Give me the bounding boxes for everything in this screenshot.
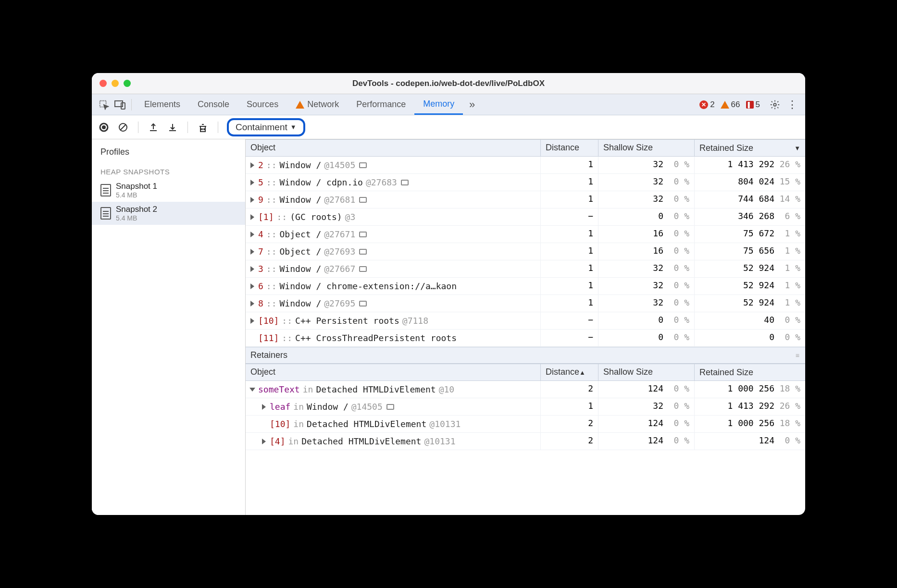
svg-line-7 (120, 124, 126, 130)
objects-rows: 2 :: Window / @14505 1 320 % 1 413 29226… (246, 157, 805, 347)
separator (131, 99, 132, 110)
profiles-sidebar: Profiles HEAP SNAPSHOTS Snapshot 1 5.4 M… (92, 139, 246, 515)
col-distance[interactable]: Distance▲ (541, 364, 598, 380)
col-distance[interactable]: Distance (541, 140, 598, 156)
retainers-header: Object Distance▲ Shallow Size Retained S… (246, 364, 805, 381)
expand-icon[interactable] (250, 214, 254, 220)
retainer-row[interactable]: someText in Detached HTMLDivElement @10 … (246, 381, 805, 398)
window-icon (359, 162, 367, 168)
snapshot-item[interactable]: Snapshot 2 5.4 MB (92, 202, 245, 225)
object-row[interactable]: 7 :: Object / @27693 1 160 % 75 6561 % (246, 243, 805, 260)
panel-tabs: ElementsConsoleSourcesNetworkPerformance… (92, 94, 805, 115)
sidebar-heading: Profiles (92, 144, 245, 165)
tab-memory[interactable]: Memory (414, 94, 463, 115)
traffic-lights (100, 80, 131, 87)
objects-header: Object Distance Shallow Size Retained Si… (246, 139, 805, 157)
col-object[interactable]: Object (246, 140, 541, 156)
expand-icon[interactable] (250, 266, 254, 272)
window-icon (386, 404, 394, 410)
retainer-row[interactable]: [10] in Detached HTMLDivElement @10131 2… (246, 416, 805, 433)
retainers-bar[interactable]: Retainers≡ (246, 347, 805, 364)
expand-icon[interactable] (250, 318, 254, 324)
tab-network[interactable]: Network (287, 94, 348, 115)
object-row[interactable]: 8 :: Window / @27695 1 320 % 52 9241 % (246, 295, 805, 312)
warnings-badge[interactable]: 66 (721, 100, 740, 110)
window-title: DevTools - codepen.io/web-dot-dev/live/P… (92, 79, 805, 88)
device-toggle-icon[interactable] (113, 100, 127, 110)
export-icon[interactable] (147, 122, 160, 132)
object-row[interactable]: [10] :: C++ Persistent roots @7118 − 00 … (246, 312, 805, 330)
tab-elements[interactable]: Elements (136, 94, 189, 115)
expand-icon[interactable] (250, 249, 254, 255)
object-row[interactable]: 9 :: Window / @27681 1 320 % 744 68414 % (246, 191, 805, 208)
expand-icon[interactable] (250, 162, 254, 168)
object-row[interactable]: 2 :: Window / @14505 1 320 % 1 413 29226… (246, 157, 805, 174)
col-retained[interactable]: Retained Size▼ (695, 140, 805, 156)
snapshot-item[interactable]: Snapshot 1 5.4 MB (92, 179, 245, 202)
expand-icon[interactable] (250, 283, 254, 289)
window-icon (359, 197, 367, 203)
col-retained[interactable]: Retained Size (695, 364, 805, 380)
inspect-icon[interactable] (97, 99, 111, 110)
view-mode-dropdown[interactable]: Containment▼ (227, 118, 305, 136)
col-shallow[interactable]: Shallow Size (598, 364, 695, 380)
warning-icon (296, 101, 304, 109)
close-icon[interactable] (100, 80, 107, 87)
status-badges: ✕2 66 ▌5 (699, 100, 760, 110)
expand-icon[interactable] (262, 404, 266, 410)
errors-badge[interactable]: ✕2 (699, 100, 714, 110)
minimize-icon[interactable] (112, 80, 119, 87)
retainer-row[interactable]: [4] in Detached HTMLDivElement @10131 2 … (246, 433, 805, 450)
object-row[interactable]: 4 :: Object / @27671 1 160 % 75 6721 % (246, 226, 805, 243)
gc-icon[interactable] (197, 122, 209, 133)
retainers-rows: someText in Detached HTMLDivElement @10 … (246, 381, 805, 450)
import-icon[interactable] (166, 122, 179, 132)
tab-performance[interactable]: Performance (348, 94, 414, 115)
col-object[interactable]: Object (246, 364, 541, 380)
expand-icon[interactable] (250, 232, 254, 237)
col-shallow[interactable]: Shallow Size (598, 140, 695, 156)
sidebar-section-label: HEAP SNAPSHOTS (92, 165, 245, 179)
kebab-menu-icon[interactable]: ⋮ (784, 98, 800, 111)
separator (138, 122, 138, 133)
expand-icon[interactable] (250, 180, 254, 185)
object-row[interactable]: 3 :: Window / @27667 1 320 % 52 9241 % (246, 260, 805, 278)
window-icon (359, 266, 367, 272)
tab-sources[interactable]: Sources (238, 94, 287, 115)
separator (187, 122, 188, 133)
titlebar: DevTools - codepen.io/web-dot-dev/live/P… (92, 73, 805, 94)
settings-icon[interactable] (768, 99, 782, 110)
window-icon (359, 301, 367, 306)
separator (218, 122, 218, 133)
svg-point-5 (102, 125, 106, 129)
tab-console[interactable]: Console (189, 94, 238, 115)
more-tabs-icon[interactable]: » (465, 98, 479, 111)
memory-main: Object Distance Shallow Size Retained Si… (246, 139, 805, 515)
snapshot-icon (100, 207, 111, 220)
expand-icon[interactable] (250, 301, 254, 306)
retainer-row[interactable]: leaf in Window / @14505 1 320 % 1 413 29… (246, 398, 805, 416)
snapshot-icon (100, 184, 111, 196)
drag-handle-icon[interactable]: ≡ (796, 352, 800, 359)
record-icon[interactable] (98, 122, 110, 132)
object-row[interactable]: [1] :: (GC roots) @3 − 00 % 346 2686 % (246, 208, 805, 226)
issues-badge[interactable]: ▌5 (746, 100, 760, 110)
object-row[interactable]: 6 :: Window / chrome-extension://a…kaon … (246, 278, 805, 295)
window-icon (359, 249, 367, 255)
expand-icon[interactable] (262, 439, 266, 444)
devtools-window: DevTools - codepen.io/web-dot-dev/live/P… (92, 73, 805, 515)
memory-toolbar: Containment▼ (92, 115, 805, 139)
zoom-icon[interactable] (124, 80, 131, 87)
object-row[interactable]: 5 :: Window / cdpn.io @27683 1 320 % 804… (246, 174, 805, 191)
object-row[interactable]: [11] :: C++ CrossThreadPersistent roots … (246, 330, 805, 347)
window-icon (401, 180, 409, 185)
expand-icon[interactable] (249, 388, 255, 392)
expand-icon[interactable] (250, 197, 254, 203)
svg-point-3 (773, 103, 776, 106)
window-icon (359, 232, 367, 237)
clear-icon[interactable] (117, 122, 129, 132)
